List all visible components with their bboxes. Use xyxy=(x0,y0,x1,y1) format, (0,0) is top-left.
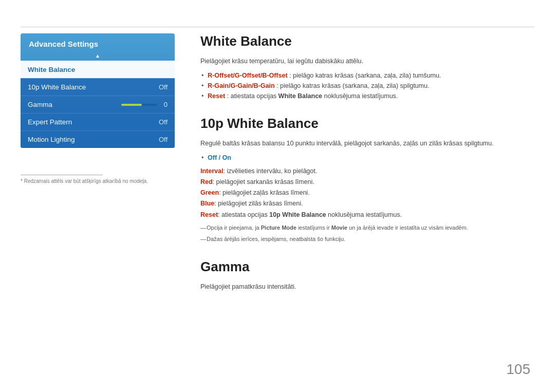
offon-bullet: Off / On xyxy=(200,153,534,163)
10p-wb-offon-bullet: Off / On xyxy=(200,153,534,163)
offon-text: Off / On xyxy=(208,154,231,161)
main-content: White Balance Pielāgojiet krāsu temperat… xyxy=(200,33,534,296)
bullet-r-offset: R-Offset/G-Offset/B-Offset : pielāgo kat… xyxy=(200,70,534,81)
section-white-balance: White Balance Pielāgojiet krāsu temperat… xyxy=(200,33,534,101)
menu-item-gamma[interactable]: Gamma 0 xyxy=(21,96,175,113)
top-divider xyxy=(21,27,534,27)
menu-item-10p-white-balance[interactable]: 10p White Balance Off xyxy=(21,78,175,96)
gamma-value: 0 xyxy=(161,101,168,108)
note-line-1: Opcija ir pieejama, ja Picture Mode iest… xyxy=(200,223,534,232)
bullet-bold: Reset xyxy=(208,92,225,100)
menu-item-value: Off xyxy=(159,136,168,143)
white-balance-desc: Pielāgojiet krāsu temperatūru, lai iegūt… xyxy=(200,57,534,66)
menu-item-motion-lighting[interactable]: Motion Lighting Off xyxy=(21,130,175,148)
menu-item-expert-pattern[interactable]: Expert Pattern Off xyxy=(21,113,175,130)
menu-item-value: Off xyxy=(159,118,168,126)
section-10p-white-balance: 10p White Balance Regulē baltās krāsas b… xyxy=(200,116,534,244)
gamma-title: Gamma xyxy=(200,259,534,275)
interval-label: Interval xyxy=(200,167,223,175)
white-balance-bullets: R-Offset/G-Offset/B-Offset : pielāgo kat… xyxy=(200,70,534,101)
reset-label: Reset xyxy=(200,211,218,218)
gamma-desc: Pielāgojiet pamatkrāsu intensitāti. xyxy=(200,282,534,292)
blue-label: Blue xyxy=(200,200,214,207)
advanced-settings-box: Advanced Settings ▲ White Balance 10p Wh… xyxy=(21,33,175,148)
10p-red-line: Red: pielāgojiet sarkanās krāsas līmeni. xyxy=(200,177,534,188)
10p-blue-line: Blue: pielāgojiet zilās krāsas līmeni. xyxy=(200,198,534,209)
section-gamma: Gamma Pielāgojiet pamatkrāsu intensitāti… xyxy=(200,259,534,292)
bullet-rest: : pielāgo katras krāsas (sarkana, zaļa, … xyxy=(289,72,441,79)
bullet-bold: R-Offset/G-Offset/B-Offset xyxy=(208,72,288,79)
panel-title: Advanced Settings xyxy=(21,33,175,53)
menu-item-label: Expert Pattern xyxy=(28,118,72,126)
green-label: Green xyxy=(200,189,219,196)
menu-item-white-balance[interactable]: White Balance xyxy=(21,61,175,78)
bullet-bold: R-Gain/G-Gain/B-Gain xyxy=(208,82,275,89)
menu-item-label: Motion Lighting xyxy=(28,136,75,143)
footnote-area: * Redzamais attēls var būt atšķirīgs atk… xyxy=(21,175,175,184)
bullet-r-gain: R-Gain/G-Gain/B-Gain : pielāgo katras kr… xyxy=(200,81,534,91)
footnote-text: * Redzamais attēls var būt atšķirīgs atk… xyxy=(21,178,175,184)
gamma-controls: 0 xyxy=(121,101,168,108)
left-panel: Advanced Settings ▲ White Balance 10p Wh… xyxy=(21,33,175,148)
10p-green-line: Green: pielāgojiet zaļās krāsas līmeni. xyxy=(200,188,534,198)
gamma-slider-fill xyxy=(121,104,142,106)
bullet-reset: Reset : atiestata opcijas White Balance … xyxy=(200,91,534,101)
bullet-rest: : atiestata opcijas White Balance noklus… xyxy=(227,92,398,100)
menu-item-label: 10p White Balance xyxy=(28,83,86,91)
10p-reset-line: Reset: atiestata opcijas 10p White Balan… xyxy=(200,210,534,220)
bullet-rest: : pielāgo katras krāsas (sarkana, zaļa, … xyxy=(276,82,429,89)
10p-wb-title: 10p White Balance xyxy=(200,116,534,132)
menu-item-label: White Balance xyxy=(28,66,75,73)
page-number: 105 xyxy=(506,361,530,378)
gamma-label: Gamma xyxy=(28,101,52,108)
10p-interval-line: Interval: izvēlieties intervālu, ko piel… xyxy=(200,166,534,177)
note-line-2: Dažas ārējās ierīces, iespējams, neatbal… xyxy=(200,235,534,244)
gamma-slider[interactable] xyxy=(121,104,157,106)
red-label: Red xyxy=(200,178,213,185)
footnote-divider xyxy=(21,175,103,175)
arrow-up-icon: ▲ xyxy=(21,53,175,61)
white-balance-title: White Balance xyxy=(200,33,534,49)
10p-wb-desc: Regulē baltās krāsas balansu 10 punktu i… xyxy=(200,139,534,148)
menu-item-value: Off xyxy=(159,83,168,91)
